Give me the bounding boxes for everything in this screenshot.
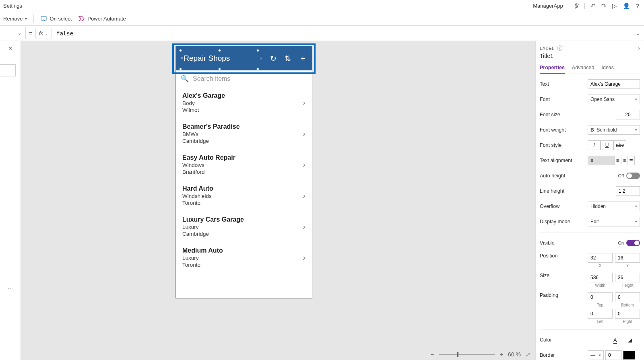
close-icon[interactable]: ✕ [8, 45, 13, 51]
fill-color-button[interactable]: ◢ [628, 337, 640, 343]
font-color-button[interactable]: A [613, 337, 625, 343]
text-input[interactable] [588, 79, 640, 89]
tab-ideas[interactable]: Ideas [601, 65, 614, 74]
expand-formula-icon[interactable]: ⌄ [632, 31, 644, 36]
redo-icon[interactable]: ↷ [601, 2, 607, 10]
size-label: Size [540, 273, 588, 278]
equals-icon: = [26, 30, 35, 37]
chevron-right-icon[interactable]: › [303, 160, 305, 169]
list-item[interactable]: Beamer's Paradise BMWs Cambridge › [176, 118, 312, 149]
padding-top-input[interactable] [588, 292, 613, 302]
panel-caption: LABEL [540, 46, 555, 51]
resize-handle[interactable] [256, 68, 259, 70]
list-item[interactable]: Alex's Garage Body Wilmot › [176, 87, 312, 118]
ribbon: Remove ▾ On select Power Automate [0, 12, 644, 26]
chevron-right-icon[interactable]: › [303, 253, 305, 262]
resize-handle[interactable] [179, 49, 182, 52]
fontweight-label: Font weight [540, 127, 588, 133]
list-item[interactable]: Hard Auto Windshields Toronto › [176, 180, 312, 211]
border-color-swatch[interactable] [623, 351, 635, 360]
user-icon[interactable]: 👤 [623, 2, 630, 10]
resize-handle[interactable] [218, 49, 221, 52]
remove-button[interactable]: Remove ▾ [3, 16, 27, 22]
search-placeholder: Search items [193, 75, 230, 82]
tab-advanced[interactable]: Advanced [572, 65, 594, 74]
play-icon[interactable]: ▷ [612, 2, 617, 10]
overflow-select[interactable]: Hidden▾ [588, 202, 640, 211]
chevron-right-icon[interactable]: › [303, 191, 305, 200]
list-item[interactable]: Easy Auto Repair Windows Brantford › [176, 149, 312, 180]
lineheight-input[interactable] [616, 186, 640, 196]
app-preview: •Repair Shops ○ ↻ ⇅ ＋ 🔍 Search items Ale… [175, 46, 312, 298]
resize-handle[interactable] [179, 68, 182, 70]
border-width-input[interactable] [605, 350, 621, 360]
settings-menu[interactable]: Settings [3, 3, 22, 9]
zoom-slider[interactable] [439, 354, 495, 355]
border-label: Border [540, 352, 588, 358]
item-sub1: Luxury [182, 224, 303, 230]
size-w-input[interactable] [588, 273, 613, 282]
align-center-button[interactable]: ≡ [614, 156, 621, 165]
zoom-out-icon[interactable]: − [431, 351, 434, 358]
fullscreen-icon[interactable]: ⤢ [526, 351, 530, 358]
more-icon[interactable]: ⋯ [8, 286, 13, 292]
onselect-button[interactable]: On select [40, 15, 72, 22]
item-sub1: Windshields [182, 193, 303, 199]
position-x-input[interactable] [588, 253, 613, 263]
right-sublabel: Right [615, 319, 640, 324]
list-item[interactable]: Medium Auto Luxury Toronto › [176, 242, 312, 273]
font-label: Font [540, 97, 588, 102]
fontsize-label: Font size [540, 112, 616, 117]
expand-panel-icon[interactable]: › [638, 45, 640, 51]
search-row[interactable]: 🔍 Search items [176, 70, 312, 87]
fx-button[interactable]: fx⌄ [35, 28, 52, 39]
visible-toggle[interactable] [626, 240, 640, 246]
chevron-right-icon[interactable]: › [303, 222, 305, 231]
power-automate-button[interactable]: Power Automate [78, 15, 126, 22]
underline-button[interactable]: U [601, 140, 613, 150]
fontsize-input[interactable] [616, 110, 640, 119]
stethoscope-icon[interactable]: ℣ [575, 2, 579, 10]
tree-node[interactable] [0, 64, 16, 76]
resize-handle[interactable] [256, 49, 259, 52]
w-sublabel: Width [588, 283, 613, 288]
padding-right-input[interactable] [615, 309, 640, 319]
size-h-input[interactable] [615, 273, 640, 282]
displaymode-select[interactable]: Edit▾ [588, 217, 640, 226]
align-right-button[interactable]: ≡ [621, 156, 628, 165]
position-y-input[interactable] [615, 253, 640, 263]
canvas[interactable]: •Repair Shops ○ ↻ ⇅ ＋ 🔍 Search items Ale… [21, 41, 535, 360]
tab-properties[interactable]: Properties [540, 65, 565, 74]
resize-handle[interactable] [218, 68, 221, 70]
border-style-select[interactable]: —▾ [588, 350, 604, 360]
sort-icon[interactable]: ⇅ [285, 54, 291, 63]
zoom-in-icon[interactable]: + [500, 351, 503, 358]
item-name: Alex's Garage [182, 92, 303, 99]
add-icon[interactable]: ＋ [299, 53, 307, 64]
fontweight-select[interactable]: B Semibold▾ [588, 125, 640, 135]
padding-bottom-input[interactable] [615, 292, 640, 302]
strike-button[interactable]: abc [613, 140, 626, 150]
chevron-right-icon[interactable]: › [303, 98, 305, 107]
list-item[interactable]: Luxury Cars Garage Luxury Cambridge › [176, 211, 312, 242]
undo-icon[interactable]: ↶ [590, 2, 596, 10]
formula-input[interactable] [55, 29, 632, 38]
info-icon[interactable]: ? [557, 45, 562, 51]
item-sub2: Wilmot [182, 107, 303, 113]
padding-left-input[interactable] [588, 309, 613, 319]
autoheight-toggle[interactable] [626, 173, 640, 179]
status-bar: − + 60 % ⤢ [431, 351, 530, 358]
onselect-icon [40, 15, 47, 22]
app-title: Repair Shops [184, 54, 230, 63]
chevron-right-icon[interactable]: › [303, 129, 305, 138]
item-sub1: Luxury [182, 255, 303, 261]
align-justify-button[interactable]: ≣ [628, 156, 635, 165]
help-icon[interactable]: ? [636, 2, 639, 9]
property-selector[interactable]: ⌄ [0, 27, 26, 39]
app-header[interactable]: •Repair Shops ○ ↻ ⇅ ＋ [176, 46, 312, 70]
refresh-icon[interactable]: ↻ [270, 54, 277, 63]
align-left-button[interactable]: ≡ [588, 156, 614, 165]
font-select[interactable]: Open Sans▾ [588, 95, 640, 104]
italic-button[interactable]: I [588, 140, 601, 150]
bottom-sublabel: Bottom [615, 303, 640, 307]
